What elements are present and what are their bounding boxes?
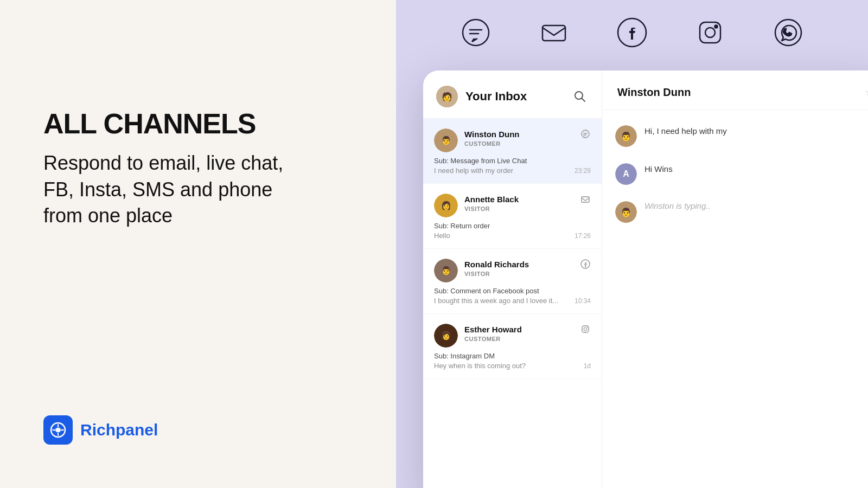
- headline: ALL CHANNELS: [43, 108, 353, 139]
- svg-rect-3: [542, 25, 565, 41]
- conv-role-ronald: VISITOR: [464, 271, 591, 277]
- right-panel: 🧑 Your Inbox 👨: [396, 0, 868, 488]
- conversation-item-winston[interactable]: 👨 Winston Dunn: [423, 119, 602, 184]
- conv-name-ronald: Ronald Richards: [464, 260, 529, 269]
- conv-preview-esther: Hey when is this coming out?: [434, 362, 579, 370]
- conv-channel-instagram-icon: [580, 324, 591, 335]
- chat-contact-name: Winston Dunn: [617, 86, 691, 99]
- inbox-header-left: 🧑 Your Inbox: [436, 86, 527, 107]
- conversation-list: 👨 Winston Dunn: [423, 119, 602, 488]
- conv-role-winston: CUSTOMER: [464, 140, 591, 147]
- facebook-icon[interactable]: [615, 15, 649, 50]
- conv-channel-chat-icon: [580, 129, 591, 139]
- conv-role-annette: VISITOR: [464, 206, 591, 212]
- conv-channel-email-icon: [580, 194, 591, 204]
- conversation-item-annette[interactable]: 👩 Annette Black: [423, 184, 602, 249]
- conv-time-ronald: 10:34: [575, 297, 591, 305]
- phone-mockup: 🧑 Your Inbox 👨: [423, 70, 868, 488]
- svg-point-14: [584, 328, 587, 331]
- email-icon[interactable]: [537, 15, 571, 50]
- svg-point-7: [715, 25, 718, 28]
- message-bubble-2: Hi Wins: [644, 163, 868, 176]
- conversation-item-ronald[interactable]: 👨 Ronald Richards: [423, 249, 602, 314]
- logo-area: Richpanel: [43, 415, 353, 445]
- conv-info-winston: Winston Dunn CUSTOMER: [464, 129, 591, 147]
- chat-star-button[interactable]: ☆: [865, 86, 868, 99]
- conv-name-esther: Esther Howard: [464, 325, 522, 334]
- message-avatar-winston: 👨: [615, 125, 637, 147]
- inbox-sidebar: 🧑 Your Inbox 👨: [423, 70, 602, 488]
- conv-preview-annette: Hello: [434, 232, 570, 240]
- conv-preview-winston: I need help with my order: [434, 166, 570, 175]
- svg-point-10: [582, 130, 589, 138]
- conv-avatar-ronald: 👨: [434, 259, 458, 282]
- message-avatar-agent: A: [615, 163, 637, 185]
- conversation-item-esther[interactable]: 👩 Esther Howard: [423, 314, 602, 379]
- conv-subject-annette: Sub: Return order: [434, 222, 591, 230]
- conv-info-ronald: Ronald Richards VISITOR: [464, 259, 591, 277]
- chat-header: Winston Dunn ☆: [602, 70, 868, 110]
- conv-info-annette: Annette Black VISITOR: [464, 194, 591, 212]
- message-avatar-winston-2: 👨: [615, 201, 637, 223]
- chat-messages: 👨 Hi, I need help with my A Hi Wins: [602, 110, 868, 488]
- conv-subject-esther: Sub: Instagram DM: [434, 352, 591, 360]
- chat-panel: Winston Dunn ☆ 👨 Hi, I need help with my: [602, 70, 868, 488]
- message-text-1: Hi, I need help with my: [644, 126, 727, 136]
- conv-avatar-esther: 👩: [434, 324, 458, 348]
- richpanel-logo-icon: [43, 415, 73, 445]
- message-row-1: 👨 Hi, I need help with my: [615, 125, 868, 147]
- inbox-title: Your Inbox: [465, 89, 527, 104]
- message-row-3: 👨 Winston is typing..: [615, 201, 868, 223]
- left-content: ALL CHANNELS Respond to email, live chat…: [43, 0, 353, 229]
- svg-point-2: [463, 20, 489, 46]
- conv-avatar-annette: 👩: [434, 194, 458, 217]
- logo-text: Richpanel: [80, 421, 158, 439]
- conv-subject-winston: Sub: Message from Live Chat: [434, 157, 591, 165]
- conv-channel-facebook-icon: [580, 259, 591, 269]
- conv-time-winston: 23:29: [575, 167, 591, 175]
- whatsapp-icon[interactable]: [771, 15, 806, 50]
- typing-indicator: Winston is typing..: [644, 201, 711, 210]
- inbox-search-button[interactable]: [571, 88, 589, 105]
- conv-subject-ronald: Sub: Comment on Facebook post: [434, 287, 591, 295]
- conv-role-esther: CUSTOMER: [464, 336, 591, 342]
- conv-avatar-winston: 👨: [434, 129, 458, 152]
- conv-time-esther: 1d: [584, 362, 591, 370]
- inbox-user-avatar: 🧑: [436, 86, 458, 107]
- conv-time-annette: 17:26: [575, 232, 591, 240]
- left-panel: ALL CHANNELS Respond to email, live chat…: [0, 0, 396, 488]
- svg-point-1: [56, 428, 60, 432]
- svg-point-8: [775, 20, 801, 46]
- svg-point-6: [705, 28, 715, 37]
- message-bubble-1: Hi, I need help with my: [644, 125, 868, 138]
- conv-info-esther: Esther Howard CUSTOMER: [464, 324, 591, 342]
- live-chat-icon[interactable]: [458, 15, 493, 50]
- svg-point-15: [587, 326, 588, 328]
- message-bubble-typing: Winston is typing..: [644, 201, 868, 211]
- instagram-icon[interactable]: [693, 15, 727, 50]
- conv-name-winston: Winston Dunn: [464, 130, 520, 139]
- subtext: Respond to email, live chat, FB, Insta, …: [43, 150, 304, 229]
- inbox-header: 🧑 Your Inbox: [423, 70, 602, 119]
- message-row-2: A Hi Wins: [615, 163, 868, 185]
- svg-rect-11: [582, 197, 589, 202]
- conv-name-annette: Annette Black: [464, 195, 519, 204]
- channel-icons-bar: [396, 0, 868, 65]
- conv-preview-ronald: I bought this a week ago and I lovee it.…: [434, 297, 570, 305]
- message-text-2: Hi Wins: [644, 164, 673, 174]
